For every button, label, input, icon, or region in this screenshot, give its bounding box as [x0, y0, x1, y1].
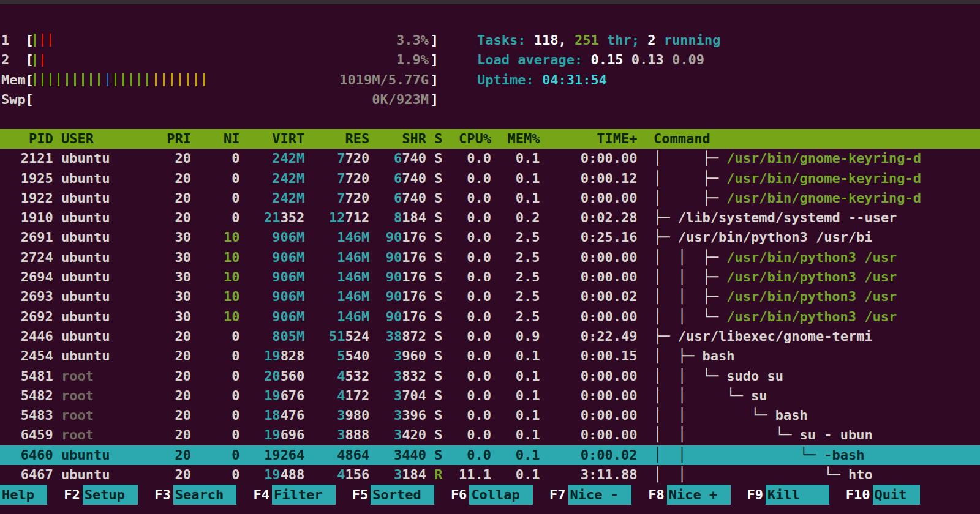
function-key-name: F10 — [829, 485, 873, 505]
tree-prefix: ├─ — [638, 210, 678, 225]
shr-cell: 3420 — [369, 427, 426, 442]
process-row[interactable]: 5482 root 20 0 19676 4172 3704 S 0.0 0.1… — [0, 386, 980, 406]
column-header-s[interactable]: S — [426, 131, 443, 146]
mem-value-kb: 864 — [345, 447, 370, 463]
mem-cell: 0.1 — [491, 427, 540, 442]
process-row[interactable]: 2446 ubuntu 20 0 805M 51524 38872 S 0.0 … — [0, 327, 980, 346]
load-one-min: 0.15 — [590, 52, 631, 67]
function-key-name: F6 — [434, 485, 470, 505]
column-header-shr[interactable]: SHR — [369, 131, 426, 146]
tree-prefix: │ │ └─ — [638, 388, 751, 403]
function-key-F9-kill[interactable]: F9Kill — [731, 485, 829, 505]
virt-cell: 906M — [239, 229, 304, 245]
process-row[interactable]: 2121 ubuntu 20 0 242M 7720 6740 S 0.0 0.… — [0, 149, 980, 168]
function-key-name: F9 — [731, 485, 766, 505]
res-cell: 5540 — [304, 348, 369, 363]
shr-cell: 6740 — [369, 190, 426, 206]
function-key-F6-collap[interactable]: F6Collap — [434, 485, 533, 505]
function-key-F8-nice-[interactable]: F8Nice + — [631, 485, 730, 505]
ni-cell: 10 — [191, 250, 239, 265]
cpu-cell: 0.0 — [443, 447, 491, 463]
column-header-command[interactable]: Command — [637, 131, 710, 146]
process-row[interactable]: 1910 ubuntu 20 0 21352 12712 8184 S 0.0 … — [0, 208, 980, 228]
pri-cell: 20 — [142, 348, 190, 363]
process-row[interactable]: 2691 ubuntu 30 10 906M 146M 90176 S 0.0 … — [0, 228, 980, 247]
process-row[interactable]: 2692 ubuntu 30 10 906M 146M 90176 S 0.0 … — [0, 307, 980, 327]
s-cell: S — [426, 229, 443, 245]
mem-value-kb: 476 — [281, 408, 305, 423]
user-cell: root — [53, 408, 143, 423]
column-header-virt[interactable]: VIRT — [239, 131, 304, 146]
virt-cell: 242M — [239, 151, 304, 166]
pri-cell: 30 — [142, 250, 190, 265]
virt-cell: 19828 — [239, 348, 304, 363]
mem-value-kb: 828 — [281, 348, 305, 363]
column-header-ni[interactable]: NI — [191, 131, 239, 146]
pri-cell: 30 — [142, 289, 190, 304]
meter-bars — [34, 31, 58, 51]
load-fifteen-min: 0.09 — [672, 52, 704, 67]
process-row[interactable]: 2724 ubuntu 30 10 906M 146M 90176 S 0.0 … — [0, 248, 980, 267]
process-row[interactable]: 1925 ubuntu 20 0 242M 7720 6740 S 0.0 0.… — [0, 169, 980, 188]
column-header-pid[interactable]: PID — [0, 131, 53, 146]
column-header-mem[interactable]: MEM% — [491, 131, 540, 146]
meter-close-bracket: ] — [431, 70, 439, 90]
process-row[interactable]: 2454 ubuntu 20 0 19828 5540 3960 S 0.0 0… — [0, 346, 980, 366]
function-key-f1-help[interactable]: Help — [0, 485, 47, 505]
ni-cell: 0 — [191, 171, 239, 186]
cpu-cell: 0.0 — [443, 408, 491, 423]
process-row[interactable]: 6467 ubuntu 20 0 19488 4156 3184 R 11.1 … — [0, 465, 980, 485]
tasks-label: Tasks: — [477, 32, 534, 48]
mem-value-kb: 740 — [402, 190, 426, 206]
function-key-F4-filter[interactable]: F4Filter — [236, 485, 335, 505]
threads-label: thr; — [599, 32, 647, 48]
cpu-cell: 0.0 — [443, 309, 491, 324]
column-header-time[interactable]: TIME+ — [540, 131, 638, 146]
process-row[interactable]: 6459 root 20 0 19696 3888 3420 S 0.0 0.1… — [0, 425, 980, 445]
mem-cell: 0.1 — [491, 388, 540, 403]
function-key-F3-search[interactable]: F3Search — [138, 485, 236, 505]
mem-value-mb: 90 — [369, 269, 402, 285]
meter-bar — [42, 73, 43, 86]
terminal-screen: 1[3.3%]2[1.9%]Mem[1019M/5.77G]Swp[0K/923… — [0, 0, 980, 514]
process-row[interactable]: 5483 root 20 0 18476 3980 3396 S 0.0 0.1… — [0, 406, 980, 425]
command-cell: │ │ └─ bash — [638, 408, 808, 423]
meter-bar — [187, 73, 189, 86]
process-row[interactable]: 1922 ubuntu 20 0 242M 7720 6740 S 0.0 0.… — [0, 188, 980, 208]
column-header-res[interactable]: RES — [304, 131, 369, 146]
pid-cell: 5482 — [0, 388, 53, 403]
command-cell: │ │ └─ su — [638, 388, 767, 403]
meter-bar — [195, 73, 197, 86]
res-cell: 146M — [304, 289, 369, 304]
function-key-F2-setup[interactable]: F2Setup — [47, 485, 138, 505]
shr-cell: 6740 — [369, 171, 426, 186]
table-header: PID USER PRI NI VIRT RES SHR S CPU% MEM%… — [0, 129, 980, 149]
process-row[interactable]: 6460 ubuntu 20 0 19264 4864 3440 S 0.0 0… — [0, 445, 980, 465]
command-text: /usr/bin/gnome-keyring-d — [726, 171, 921, 186]
tree-prefix: │ │ └─ — [638, 447, 824, 463]
function-key-name: F5 — [336, 485, 371, 505]
shr-cell: 90176 — [369, 289, 426, 304]
process-row[interactable]: 5481 root 20 0 20560 4532 3832 S 0.0 0.1… — [0, 367, 980, 386]
column-header-cpu[interactable]: CPU% — [443, 131, 491, 146]
pid-cell: 2121 — [0, 151, 53, 166]
pid-cell: 5483 — [0, 408, 53, 423]
mem-value-mb: 3 — [369, 427, 402, 442]
process-row[interactable]: 2693 ubuntu 30 10 906M 146M 90176 S 0.0 … — [0, 287, 980, 307]
meter-bar — [34, 54, 36, 67]
cpu-cell: 0.0 — [443, 190, 491, 206]
process-row[interactable]: 2694 ubuntu 30 10 906M 146M 90176 S 0.0 … — [0, 267, 980, 287]
user-cell: root — [53, 427, 143, 442]
function-key-F10-quit[interactable]: F10Quit — [829, 485, 920, 505]
meter-open-bracket: [ — [26, 72, 34, 88]
function-key-F5-sorted[interactable]: F5Sorted — [336, 485, 434, 505]
function-key-F7-nice-[interactable]: F7Nice - — [533, 485, 631, 505]
pid-cell: 2446 — [0, 329, 53, 344]
res-cell: 7720 — [304, 151, 369, 166]
column-header-pri[interactable]: PRI — [142, 131, 190, 146]
column-header-user[interactable]: USER — [53, 131, 143, 146]
time-cell: 0:00.00 — [540, 190, 638, 206]
process-table: PID USER PRI NI VIRT RES SHR S CPU% MEM%… — [0, 129, 980, 485]
cpu-cell: 0.0 — [443, 368, 491, 384]
mem-value-mb: 8 — [369, 210, 402, 225]
